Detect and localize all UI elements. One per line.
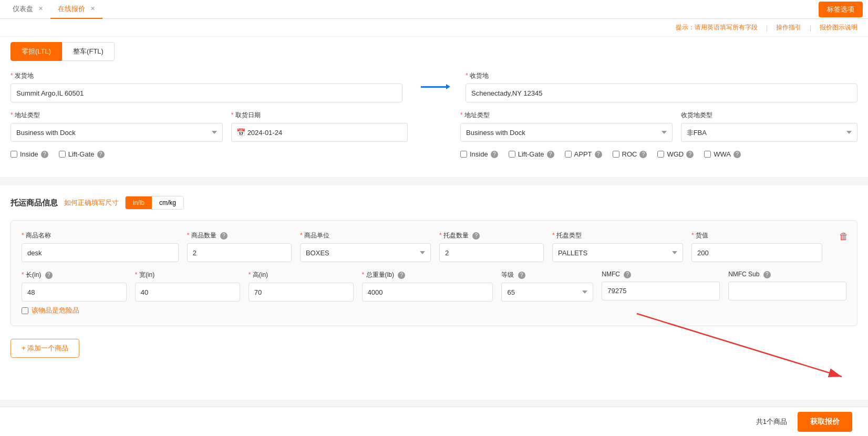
dest-appt-input[interactable] — [565, 151, 572, 158]
item-name-label: 商品名称 — [22, 231, 179, 240]
item-nmfc-help[interactable]: ? — [624, 271, 631, 278]
item-width-input[interactable] — [135, 283, 240, 302]
hint-tip: 提示：请用英语填写所有字段 — [676, 23, 758, 32]
add-item-button[interactable]: + 添加一个商品 — [11, 339, 79, 358]
item-unit-select[interactable]: BOXES PALLETS PIECES CRATES — [300, 243, 431, 262]
goods-title: 托运商品信息 — [11, 198, 58, 208]
item-pallet-type-select[interactable]: PALLETS SKIDS LOOSE — [552, 243, 683, 262]
item-grade-label: 等级 ? — [501, 271, 593, 279]
tab-action-button[interactable]: 标签选项 — [819, 2, 863, 17]
how-to-link[interactable]: 如何正确填写尺寸 — [64, 198, 119, 207]
tab-online-quote-label: 在线报价 — [58, 4, 85, 14]
mode-tab-ftl[interactable]: 整车(FTL) — [62, 42, 115, 61]
dest-wwa-help[interactable]: ? — [733, 151, 741, 158]
pickup-date-input[interactable] — [231, 123, 408, 142]
item-card: 商品名称 商品数量 ? 商品单位 BOXES PALLETS PIECES CR… — [11, 220, 857, 326]
origin-liftgate-checkbox[interactable]: Lift-Gate ? — [59, 150, 105, 158]
item-weight-input[interactable] — [362, 283, 493, 302]
tab-dashboard-label: 仪表盘 — [13, 4, 33, 14]
item-qty-help[interactable]: ? — [220, 232, 228, 240]
origin-inside-checkbox[interactable]: Inside ? — [11, 150, 48, 158]
tab-dashboard[interactable]: 仪表盘 ✕ — [5, 0, 50, 19]
dest-roc-checkbox[interactable]: ROC ? — [613, 150, 647, 158]
dest-roc-label: ROC — [622, 150, 637, 158]
dest-wwa-label: WWA — [714, 150, 731, 158]
dest-inside-input[interactable] — [460, 151, 467, 158]
hint-chart[interactable]: 报价图示说明 — [820, 23, 857, 32]
danger-checkbox[interactable]: 该物品是危险品 — [22, 306, 846, 315]
dest-appt-label: APPT — [574, 150, 592, 158]
item-qty-label: 商品数量 ? — [187, 231, 292, 240]
dest-delivery-type-group: 收货地类型 非FBA FBA — [681, 111, 857, 142]
dest-appt-help[interactable]: ? — [595, 151, 602, 158]
origin-liftgate-help[interactable]: ? — [97, 151, 105, 158]
tab-online-quote[interactable]: 在线报价 ✕ — [50, 0, 102, 19]
dest-address-type-select[interactable]: Business with Dock Business without Dock… — [460, 123, 673, 142]
item-height-input[interactable] — [249, 283, 354, 302]
item-weight-help[interactable]: ? — [398, 272, 405, 279]
pickup-date-group: 取货日期 📅 — [231, 111, 408, 142]
item-name-group: 商品名称 — [22, 231, 179, 262]
item-weight-group: 总重量(lb) ? — [362, 271, 493, 302]
origin-input[interactable] — [11, 84, 402, 102]
dest-liftgate-help[interactable]: ? — [547, 151, 554, 158]
item-nmfc-input[interactable] — [602, 282, 720, 300]
item-length-input[interactable] — [22, 283, 127, 302]
add-item-section: + 添加一个商品 — [11, 335, 857, 358]
item-length-help[interactable]: ? — [45, 272, 53, 279]
destination-label: 收货地 — [466, 71, 857, 80]
item-qty-input[interactable] — [187, 243, 292, 262]
item-pallet-qty-help[interactable]: ? — [472, 232, 480, 240]
form-section: 发货地 收货地 地址类型 Business with Dock Business… — [0, 61, 868, 177]
date-input-wrap: 📅 — [231, 123, 408, 142]
dest-address-type-label: 地址类型 — [460, 111, 673, 120]
danger-input[interactable] — [22, 307, 28, 314]
item-nmfcsub-help[interactable]: ? — [763, 271, 771, 278]
item-pallet-qty-group: 托盘数量 ? — [439, 231, 544, 262]
dest-wgd-input[interactable] — [657, 151, 664, 158]
unit-btn-inlb[interactable]: in/lb — [126, 196, 152, 209]
mode-tab-ltl[interactable]: 零担(LTL) — [11, 42, 62, 61]
dest-inside-checkbox[interactable]: Inside ? — [460, 150, 498, 158]
item-nmfc-group: NMFC ? — [602, 271, 720, 300]
item-grade-help[interactable]: ? — [518, 272, 525, 279]
dest-wwa-checkbox[interactable]: WWA ? — [704, 150, 741, 158]
dest-roc-help[interactable]: ? — [639, 151, 647, 158]
arrow-line — [421, 86, 447, 88]
dest-delivery-type-label: 收货地类型 — [681, 111, 857, 120]
dest-liftgate-label: Lift-Gate — [518, 150, 544, 158]
item-weight-label: 总重量(lb) ? — [362, 271, 493, 279]
origin-address-type-select[interactable]: Business with Dock Business without Dock… — [11, 123, 223, 142]
origin-liftgate-input[interactable] — [59, 151, 66, 158]
origin-inside-input[interactable] — [11, 151, 17, 158]
hint-guide[interactable]: 操作指引 — [776, 23, 801, 32]
destination-input[interactable] — [466, 84, 857, 102]
dest-delivery-type-select[interactable]: 非FBA FBA — [681, 123, 857, 142]
tab-online-quote-close[interactable]: ✕ — [90, 5, 95, 12]
item-grade-select[interactable]: 505560 657077.5 8592.5100 — [501, 283, 593, 302]
item-pallet-type-label: 托盘类型 — [552, 231, 683, 240]
tab-dashboard-close[interactable]: ✕ — [38, 5, 43, 12]
item-name-input[interactable] — [22, 243, 179, 262]
dest-liftgate-checkbox[interactable]: Lift-Gate ? — [509, 150, 554, 158]
pickup-date-label: 取货日期 — [231, 111, 408, 120]
tab-bar: 仪表盘 ✕ 在线报价 ✕ 标签选项 — [0, 0, 868, 19]
dest-roc-input[interactable] — [613, 151, 619, 158]
dest-wgd-checkbox[interactable]: WGD ? — [657, 150, 694, 158]
dest-inside-label: Inside — [470, 150, 488, 158]
item-value-input[interactable] — [691, 243, 822, 262]
unit-toggle: in/lb cm/kg — [125, 196, 184, 210]
item-nmfcsub-input[interactable] — [728, 282, 846, 300]
item-pallet-qty-label: 托盘数量 ? — [439, 231, 544, 240]
item-width-label: 宽(in) — [135, 271, 240, 279]
delete-item-icon[interactable]: 🗑 — [839, 231, 849, 242]
dest-wwa-input[interactable] — [704, 151, 711, 158]
unit-btn-cmkg[interactable]: cm/kg — [152, 196, 183, 209]
dest-appt-checkbox[interactable]: APPT ? — [565, 150, 602, 158]
dest-inside-help[interactable]: ? — [491, 151, 498, 158]
dest-wgd-help[interactable]: ? — [686, 151, 694, 158]
item-pallet-qty-input[interactable] — [439, 243, 544, 262]
origin-inside-help[interactable]: ? — [41, 151, 48, 158]
dest-checkboxes: Inside ? Lift-Gate ? APPT ? ROC ? — [460, 150, 857, 158]
dest-liftgate-input[interactable] — [509, 151, 515, 158]
